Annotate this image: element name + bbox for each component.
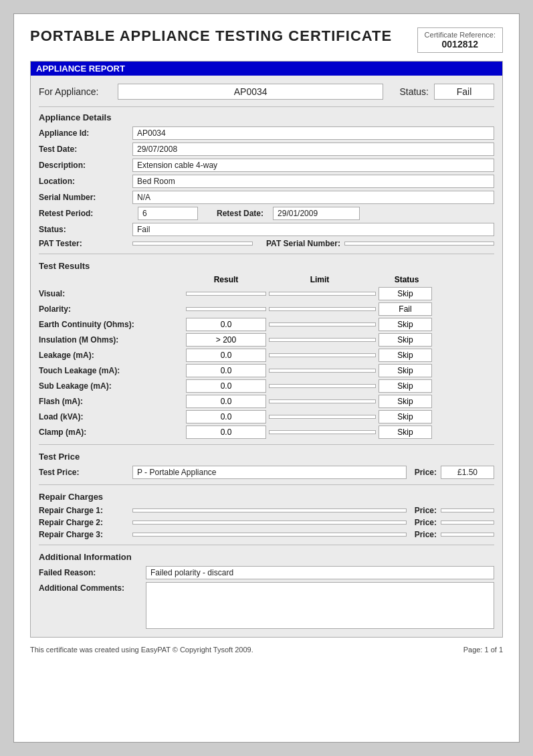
repair-price-label: Price:	[415, 506, 437, 515]
retest-row: Retest Period: 6 Retest Date: 29/01/2009	[39, 207, 494, 220]
tr-row-result[interactable]: > 200	[186, 333, 266, 347]
retest-period-value[interactable]: 6	[138, 207, 198, 220]
repair-price-label: Price:	[415, 518, 437, 527]
serial-number-value[interactable]: N/A	[132, 191, 494, 204]
failed-reason-value[interactable]: Failed polarity - discard	[146, 566, 494, 579]
tr-row-limit[interactable]	[269, 292, 376, 296]
serial-number-label: Serial Number:	[39, 193, 132, 202]
repair-charges-title: Repair Charges	[39, 492, 494, 502]
test-price-label: Test Price:	[39, 468, 132, 477]
tr-row-limit[interactable]	[269, 384, 376, 388]
tr-row-result[interactable]	[186, 292, 266, 296]
repair-charge-label: Repair Charge 1:	[39, 506, 132, 515]
test-result-row: Leakage (mA):0.0Skip	[39, 349, 494, 362]
tr-row-result[interactable]: 0.0	[186, 349, 266, 362]
price-value[interactable]: £1.50	[441, 466, 494, 479]
tr-row-result[interactable]: 0.0	[186, 364, 266, 377]
repair-charge-desc[interactable]	[132, 533, 407, 537]
location-label: Location:	[39, 177, 132, 186]
tr-row-result[interactable]: 0.0	[186, 395, 266, 408]
additional-comments-row: Additional Comments:	[39, 582, 494, 629]
for-appliance-row: For Appliance: AP0034 Status: Fail	[39, 84, 494, 100]
test-price-value[interactable]: P - Portable Appliance	[132, 466, 407, 479]
tr-row-status[interactable]: Skip	[379, 349, 432, 362]
test-result-row: Polarity:Fail	[39, 302, 494, 316]
tr-row-status[interactable]: Fail	[379, 302, 432, 316]
additional-comments-value[interactable]	[146, 582, 494, 629]
tr-row-result[interactable]: 0.0	[186, 426, 266, 439]
tr-row-label: Sub Leakage (mA):	[39, 381, 186, 391]
main-content: APPLIANCE REPORT For Appliance: AP0034 S…	[30, 61, 503, 638]
pat-tester-value[interactable]	[132, 242, 253, 246]
test-result-row: Load (kVA):0.0Skip	[39, 410, 494, 423]
status-label: Status:	[399, 86, 429, 97]
tr-row-status[interactable]: Skip	[379, 426, 432, 439]
status-field-value[interactable]: Fail	[132, 223, 494, 236]
appliance-id-value[interactable]: AP0034	[132, 126, 494, 140]
tr-row-status[interactable]: Skip	[379, 333, 432, 347]
tr-row-limit[interactable]	[269, 307, 376, 311]
tr-row-status[interactable]: Skip	[379, 364, 432, 377]
tr-row-limit[interactable]	[269, 353, 376, 357]
test-result-row: Clamp (mA):0.0Skip	[39, 426, 494, 439]
tr-row-result[interactable]: 0.0	[186, 410, 266, 423]
status-value[interactable]: Fail	[434, 84, 494, 100]
tr-row-label: Polarity:	[39, 304, 186, 314]
main-title: PORTABLE APPLIANCE TESTING CERTIFICATE	[30, 27, 392, 45]
description-value[interactable]: Extension cable 4-way	[132, 159, 494, 172]
appliance-details-title: Appliance Details	[39, 112, 494, 122]
tr-row-limit[interactable]	[269, 338, 376, 342]
test-date-label: Test Date:	[39, 145, 132, 154]
repair-price-value[interactable]	[441, 533, 494, 537]
tr-row-limit[interactable]	[269, 415, 376, 419]
serial-number-row: Serial Number: N/A	[39, 191, 494, 204]
tr-row-limit[interactable]	[269, 430, 376, 434]
tr-row-result[interactable]	[186, 307, 266, 311]
pat-serial-value[interactable]	[344, 242, 494, 246]
tr-row-limit[interactable]	[269, 369, 376, 373]
appliance-id-label: Appliance Id:	[39, 128, 132, 138]
repair-price-value[interactable]	[441, 521, 494, 525]
footer: This certificate was created using EasyP…	[30, 646, 503, 654]
for-appliance-value[interactable]: AP0034	[118, 84, 383, 100]
tr-row-label: Insulation (M Ohms):	[39, 335, 186, 345]
tr-row-label: Clamp (mA):	[39, 428, 186, 437]
cert-ref-box: Certificate Reference: 0012812	[417, 27, 503, 53]
test-result-row: Visual:Skip	[39, 287, 494, 300]
additional-info-title: Additional Information	[39, 552, 494, 562]
repair-charge-row: Repair Charge 1:Price:	[39, 506, 494, 515]
tr-row-status[interactable]: Skip	[379, 379, 432, 393]
test-result-row: Flash (mA):0.0Skip	[39, 395, 494, 408]
repair-price-value[interactable]	[441, 508, 494, 512]
tr-row-label: Touch Leakage (mA):	[39, 366, 186, 375]
test-date-value[interactable]: 29/07/2008	[132, 143, 494, 156]
tr-row-status[interactable]: Skip	[379, 395, 432, 408]
test-result-row: Sub Leakage (mA):0.0Skip	[39, 379, 494, 393]
tr-row-status[interactable]: Skip	[379, 410, 432, 423]
repair-charge-label: Repair Charge 2:	[39, 518, 132, 527]
test-price-row: Test Price: P - Portable Appliance Price…	[39, 466, 494, 479]
footer-left: This certificate was created using EasyP…	[30, 646, 253, 654]
status-field-label: Status:	[39, 225, 132, 234]
test-result-rows: Visual:SkipPolarity:FailEarth Continuity…	[39, 287, 494, 439]
appliance-id-row: Appliance Id: AP0034	[39, 126, 494, 140]
repair-charge-desc[interactable]	[132, 521, 407, 525]
tr-row-status[interactable]: Skip	[379, 287, 432, 300]
retest-date-value[interactable]: 29/01/2009	[273, 207, 360, 220]
cert-ref-label: Certificate Reference:	[425, 31, 496, 39]
pat-tester-label: PAT Tester:	[39, 239, 132, 248]
test-results-title: Test Results	[39, 261, 494, 271]
tr-col-limit-header: Limit	[266, 275, 373, 284]
additional-comments-label: Additional Comments:	[39, 582, 146, 593]
repair-charge-desc[interactable]	[132, 508, 407, 512]
tr-row-limit[interactable]	[269, 322, 376, 326]
tr-row-limit[interactable]	[269, 399, 376, 403]
tr-row-result[interactable]: 0.0	[186, 379, 266, 393]
repair-charge-row: Repair Charge 2:Price:	[39, 518, 494, 527]
location-value[interactable]: Bed Room	[132, 175, 494, 188]
tr-row-status[interactable]: Skip	[379, 318, 432, 331]
page: PORTABLE APPLIANCE TESTING CERTIFICATE C…	[13, 13, 520, 743]
failed-reason-label: Failed Reason:	[39, 568, 146, 577]
test-result-row: Insulation (M Ohms):> 200Skip	[39, 333, 494, 347]
tr-row-result[interactable]: 0.0	[186, 318, 266, 331]
